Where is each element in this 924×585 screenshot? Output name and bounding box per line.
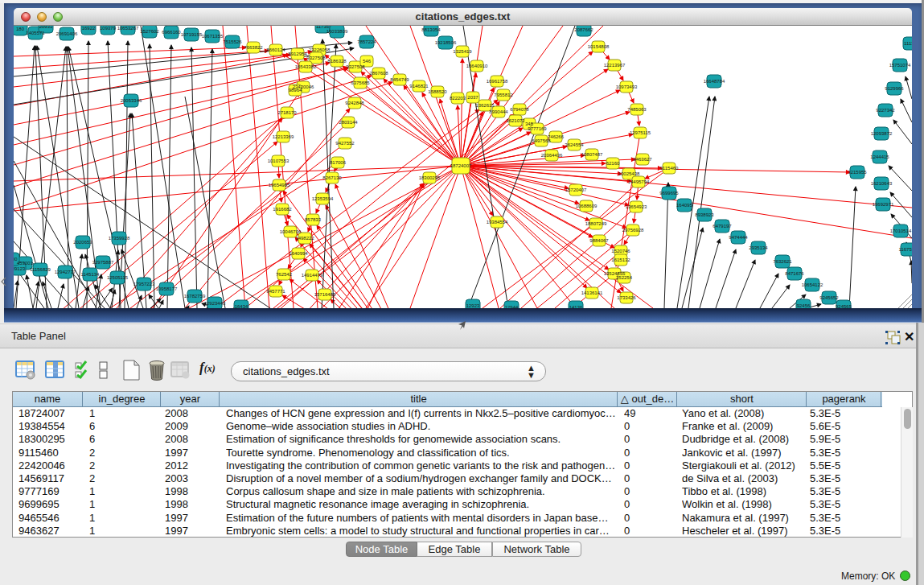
svg-text:1588520: 1588520: [428, 89, 447, 94]
svg-text:252254: 252254: [616, 275, 633, 280]
svg-text:14495794: 14495794: [628, 179, 650, 184]
svg-text:32975887: 32975887: [92, 260, 114, 265]
svg-text:3215955: 3215955: [848, 170, 867, 175]
svg-text:9327508: 9327508: [346, 64, 365, 69]
svg-text:23226058: 23226058: [309, 47, 331, 52]
svg-text:12923443: 12923443: [204, 301, 226, 306]
svg-text:1145134: 1145134: [81, 272, 101, 277]
svg-text:1621072: 1621072: [506, 118, 525, 123]
svg-text:12942737: 12942737: [55, 270, 76, 274]
svg-text:9777169: 9777169: [528, 126, 547, 131]
svg-text:9245652: 9245652: [819, 295, 839, 300]
svg-text:10973493: 10973493: [616, 84, 638, 89]
svg-text:15720407: 15720407: [565, 187, 587, 192]
svg-text:16033809: 16033809: [326, 29, 348, 34]
svg-text:10688609: 10688609: [576, 204, 598, 208]
svg-text:20053346: 20053346: [121, 98, 142, 103]
svg-text:1916682: 1916682: [273, 207, 292, 212]
svg-text:14136141: 14136141: [581, 290, 603, 295]
svg-text:6497568: 6497568: [532, 138, 551, 143]
svg-text:98964: 98964: [289, 88, 302, 93]
svg-text:7663822: 7663822: [244, 45, 263, 50]
svg-text:2935134: 2935134: [749, 245, 768, 250]
svg-text:16434: 16434: [235, 304, 248, 308]
svg-text:1520746: 1520746: [611, 249, 630, 253]
svg-text:14136: 14136: [569, 305, 583, 308]
svg-text:62160: 62160: [606, 161, 620, 166]
svg-text:6375685: 6375685: [351, 80, 370, 85]
svg-text:13692971: 13692971: [873, 202, 894, 207]
svg-text:8990444: 8990444: [489, 109, 508, 114]
svg-text:9463627: 9463627: [633, 157, 652, 162]
svg-text:10719155: 10719155: [181, 32, 203, 37]
svg-text:19218506: 19218506: [435, 40, 457, 45]
svg-text:762542: 762542: [276, 272, 293, 277]
svg-text:12944: 12944: [505, 305, 519, 308]
svg-text:8471676: 8471676: [785, 271, 804, 276]
svg-text:9884067: 9884067: [589, 238, 609, 243]
svg-text:822203: 822203: [450, 96, 466, 101]
svg-text:817006: 817006: [330, 160, 347, 165]
svg-text:10807487: 10807487: [581, 152, 603, 157]
svg-text:2087662: 2087662: [574, 27, 593, 32]
svg-text:10154808: 10154808: [588, 44, 610, 49]
svg-text:9427552: 9427552: [335, 141, 355, 146]
svg-text:7632621: 7632621: [773, 259, 792, 264]
svg-text:1498222: 1498222: [295, 236, 314, 241]
svg-text:7515526: 7515526: [223, 39, 242, 44]
svg-text:16922: 16922: [82, 26, 96, 31]
svg-text:1244415: 1244415: [870, 154, 889, 159]
svg-text:20364436: 20364436: [541, 153, 563, 158]
svg-text:10046706: 10046706: [280, 229, 302, 234]
svg-text:180: 180: [16, 27, 25, 31]
svg-text:10025438: 10025438: [618, 171, 640, 176]
svg-text:857833: 857833: [305, 217, 322, 222]
svg-text:9129966: 9129966: [885, 86, 904, 91]
svg-text:6794078: 6794078: [510, 107, 529, 112]
svg-text:7857224: 7857224: [357, 39, 376, 44]
svg-text:1615132: 1615132: [611, 257, 630, 262]
svg-text:8912954: 8912954: [288, 51, 307, 56]
svg-text:17010514: 17010514: [890, 229, 912, 233]
svg-text:8660124: 8660124: [266, 47, 285, 52]
svg-text:92456: 92456: [797, 303, 811, 308]
svg-text:1405571: 1405571: [26, 31, 45, 35]
svg-text:19384554: 19384554: [487, 220, 508, 225]
svg-text:18807249: 18807249: [585, 221, 607, 226]
svg-text:8267130: 8267130: [322, 175, 342, 180]
svg-text:924565: 924565: [836, 304, 852, 308]
svg-text:18300295: 18300295: [419, 175, 441, 180]
svg-text:16640910: 16640910: [466, 64, 488, 68]
svg-text:9227342: 9227342: [876, 108, 895, 113]
svg-text:13654923: 13654923: [626, 204, 647, 209]
svg-text:1640994: 1640994: [289, 251, 308, 256]
svg-text:8813054: 8813054: [421, 27, 441, 32]
svg-text:9146821: 9146821: [409, 84, 429, 89]
svg-text:2867608: 2867608: [369, 71, 388, 76]
svg-text:8938923: 8938923: [695, 212, 714, 217]
svg-text:1733426: 1733426: [617, 295, 636, 300]
svg-text:8454749: 8454749: [390, 77, 409, 82]
svg-text:2037: 2037: [467, 95, 478, 100]
svg-text:5300: 5300: [14, 257, 18, 262]
svg-text:1527602: 1527602: [140, 29, 159, 34]
svg-text:15751074: 15751074: [889, 63, 911, 68]
svg-text:9327508: 9327508: [306, 56, 326, 60]
svg-text:3624554: 3624554: [565, 142, 584, 147]
svg-text:10107553: 10107553: [268, 159, 290, 163]
svg-text:453001: 453001: [17, 261, 34, 266]
svg-text:15716485: 15716485: [314, 292, 336, 297]
svg-text:11132: 11132: [904, 41, 912, 46]
svg-text:9242848: 9242848: [345, 101, 364, 105]
svg-text:10671355: 10671355: [202, 34, 224, 39]
svg-text:1362615: 1362615: [475, 103, 495, 108]
svg-text:10653267: 10653267: [117, 26, 139, 31]
svg-text:6479197: 6479197: [713, 224, 732, 229]
svg-text:12213967: 12213967: [604, 63, 626, 68]
svg-text:164095: 164095: [676, 203, 693, 208]
svg-text:2020653: 2020653: [73, 240, 92, 245]
svg-text:39123: 39123: [14, 266, 26, 271]
svg-text:12505115: 12505115: [107, 275, 129, 280]
svg-text:9474444: 9474444: [729, 235, 748, 240]
svg-text:14914479: 14914479: [302, 273, 323, 278]
